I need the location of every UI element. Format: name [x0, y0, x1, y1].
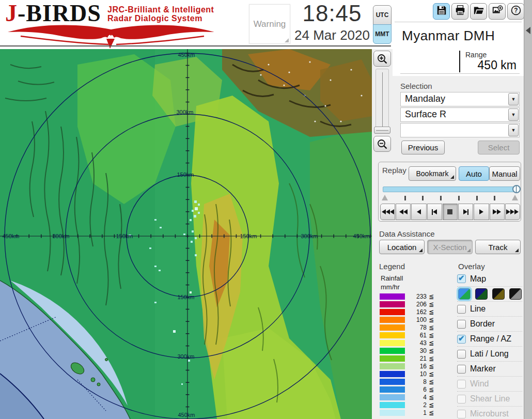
legend-value: 21	[408, 355, 427, 362]
topbar-border	[0, 45, 391, 46]
x-section-button: X-Section	[427, 240, 473, 254]
zoom-slider-thumb[interactable]	[374, 127, 390, 134]
legend-row: 4≦	[380, 393, 434, 401]
stop-button[interactable]	[443, 204, 458, 220]
replay-slider-thumb[interactable]	[512, 185, 521, 193]
legend-value: 1	[408, 409, 427, 416]
legend-color-swatch	[380, 332, 405, 338]
fast-forward-icon	[497, 209, 501, 214]
overlay-item-map[interactable]: ✔Map	[457, 271, 522, 286]
radar-map-display[interactable]: 450km300km150km150km300km450km450km300km…	[0, 49, 372, 419]
map-style-navy-darkgreen[interactable]	[475, 288, 488, 300]
play-button[interactable]	[474, 204, 489, 220]
legend-value: 43	[408, 339, 427, 347]
selection-dropdown-3[interactable]: ▼	[400, 123, 520, 137]
overlay-item-line[interactable]: ✔Line	[457, 301, 522, 316]
help-icon: ?	[510, 5, 522, 18]
legend-row: 8≦	[380, 378, 434, 385]
selection-dropdown-2[interactable]: Surface R▼	[400, 107, 520, 122]
legend-value: 8	[408, 378, 427, 385]
legend-row: 6≦	[380, 385, 434, 393]
overlay-item-lati-long[interactable]: ✔Lati / Long	[457, 346, 522, 361]
stop-icon	[447, 209, 452, 214]
legend-label: Legend	[379, 262, 405, 271]
legend-color-swatch	[380, 293, 405, 300]
print-button[interactable]	[451, 3, 468, 20]
fast-forward-button[interactable]	[490, 204, 505, 220]
slider-end-marker-icon	[512, 195, 518, 200]
checkbox-marker[interactable]: ✔	[457, 365, 466, 374]
legend-color-swatch	[380, 379, 405, 385]
map-style-black-gray[interactable]	[509, 288, 522, 300]
overlay-item-label: Microburst	[470, 409, 509, 418]
replay-slider-track[interactable]	[383, 187, 517, 192]
warning-dropdown[interactable]: Warning	[249, 4, 290, 44]
legend-color-swatch	[380, 355, 405, 362]
previous-button[interactable]: Previous	[401, 141, 445, 154]
overlay-item-range-az[interactable]: ✔Range / AZ	[457, 331, 522, 346]
add-image-button[interactable]	[489, 3, 506, 20]
range-value: 450 km	[478, 58, 517, 72]
map-style-blue-green[interactable]	[458, 288, 471, 300]
bookmark-button[interactable]: Bookmark	[409, 166, 456, 181]
step-back-button[interactable]	[427, 204, 442, 220]
step-forward-button[interactable]	[458, 204, 473, 220]
checkbox-line[interactable]: ✔	[457, 305, 466, 314]
legend-leq-sign: ≦	[429, 324, 434, 331]
checkbox-range-az[interactable]: ✔	[457, 335, 466, 344]
legend-value: 162	[408, 308, 427, 316]
checkbox-map[interactable]: ✔	[457, 274, 466, 283]
rewind-icon	[399, 209, 403, 214]
help-button[interactable]: ?	[507, 3, 524, 20]
zoom-slider-track[interactable]	[375, 69, 389, 134]
legend-leq-sign: ≦	[429, 301, 434, 308]
skip-forward-button[interactable]	[505, 204, 520, 220]
location-button[interactable]: Location	[379, 240, 425, 254]
map-style-black-olive[interactable]	[492, 288, 505, 300]
select-button: Select	[478, 141, 520, 154]
overlay-item-border[interactable]: ✔Border	[457, 316, 522, 331]
save-button[interactable]	[433, 3, 450, 20]
header-divider	[395, 22, 522, 22]
checkbox-lati-long[interactable]: ✔	[457, 350, 466, 359]
legend-color-swatch	[380, 410, 405, 416]
range-ring-label: 150km	[177, 172, 194, 178]
play-reverse-button[interactable]	[411, 204, 426, 220]
zoom-in-button[interactable]	[373, 51, 391, 67]
selection-dropdown-1[interactable]: Mandalay▼	[400, 92, 520, 106]
legend-row: 206≦	[380, 300, 434, 308]
auto-button[interactable]: Auto	[459, 166, 489, 181]
rewind-button[interactable]	[396, 204, 411, 220]
step-forward-icon	[467, 209, 468, 215]
legend-value: 30	[408, 347, 427, 354]
fast-rewind-button[interactable]	[380, 204, 395, 220]
track-button[interactable]: Track	[475, 240, 521, 254]
legend-value: 10	[408, 370, 427, 378]
legend-leq-sign: ≦	[429, 363, 434, 370]
dropdown-arrow-icon[interactable]: ▼	[508, 124, 519, 136]
timezone-utc-button[interactable]: UTC	[373, 5, 392, 25]
open-folder-button[interactable]	[470, 3, 487, 20]
resize-grip-icon	[285, 38, 289, 42]
timezone-mmt-button[interactable]: MMT	[373, 24, 392, 44]
legend-leq-sign: ≦	[429, 347, 434, 354]
step-forward-icon	[463, 209, 467, 214]
dropdown-arrow-icon[interactable]: ▼	[508, 93, 519, 105]
panel-splitter[interactable]	[524, 0, 532, 419]
legend-row: 78≦	[380, 323, 434, 331]
clock-time: 18:45	[293, 0, 371, 27]
replay-group: Replay Bookmark Auto Manual	[378, 162, 521, 222]
checkbox-border[interactable]: ✔	[457, 320, 466, 329]
overlay-item-marker[interactable]: ✔Marker	[457, 361, 522, 376]
jbirds-logo: J-BIRDS JRC-Brilliant & Intelligent Rada…	[5, 2, 222, 46]
dropdown-arrow-icon[interactable]: ▼	[508, 108, 519, 121]
legend-leq-sign: ≦	[429, 394, 434, 401]
range-ring-label: 150km	[240, 233, 257, 239]
legend-leq-sign: ≦	[429, 409, 434, 416]
manual-button[interactable]: Manual	[489, 166, 520, 181]
range-ring-label: 150km	[116, 233, 133, 239]
legend-unit: mm/hr	[381, 283, 400, 291]
range-ring-label: 300km	[52, 233, 69, 239]
selection-dropdown-1-value: Mandalay	[405, 94, 445, 104]
zoom-out-button[interactable]	[373, 136, 391, 152]
